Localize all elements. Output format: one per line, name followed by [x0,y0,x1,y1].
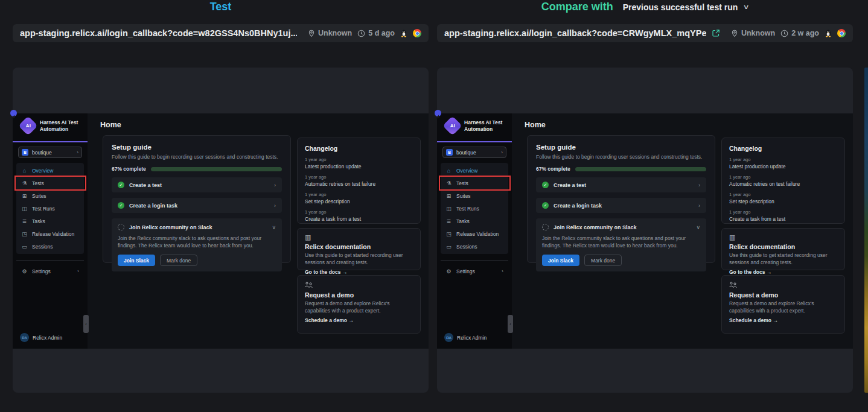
setup-progress: 67% complete [536,166,706,172]
documentation-card: ▥ Relicx documentation Use this guide to… [297,228,421,270]
user-row: RA Relicx Admin [444,333,487,342]
sidebar-item-overview: ⌂ Overview [16,164,84,177]
sidebar-item-settings: ⚙ Settings › [16,265,84,277]
sidebar-item-suites: ⊞ Suites [441,189,508,202]
compare-with-label: Compare with [541,1,613,13]
sidebar-nav: ⌂ Overview ⚗ Tests ⊞ Suites ◫ Test Runs … [441,163,508,254]
changelog-entry: 1 year ago Automatic retries on test fai… [305,174,413,187]
gear-icon: ⚙ [445,268,452,274]
sidebar-item-sessions: ▭ Sessions [16,240,84,253]
next-screenshot-edge [864,68,868,393]
sidebar-item-suites: ⊞ Suites [16,189,84,202]
clock-icon [357,30,365,37]
test-screenshot-panel: AI Harness AI TestAutomation B boutique … [13,68,429,393]
sidebar-item-release-validation: ◳ Release Validation [16,227,84,240]
sidebar-accent-divider [437,141,512,142]
location-pin-icon [731,30,738,37]
setup-step-create-login-task: ✓ Create a login task › [536,198,706,213]
project-selector: B boutique › [18,147,82,158]
sidebar-item-tasks: ≣ Tasks [441,215,508,227]
clock-icon [780,30,788,37]
request-demo-card: Request a demo Request a demo and explor… [721,275,845,334]
grid-icon: ⊞ [21,193,28,199]
setup-guide-title: Setup guide [112,144,282,151]
sidebar-item-tests: ⚗ Tests [16,177,84,189]
page-title: Home [525,121,546,129]
setup-progress: 67% complete [112,166,282,172]
brand: AI Harness AI TestAutomation [21,119,78,133]
changelog-card: Changelog 1 year ago Latest production u… [297,138,421,224]
location-meta: Unknown [308,29,352,37]
schedule-demo-link: Schedule a demo → [729,317,837,323]
avatar: RA [20,333,29,342]
chevron-right-icon: › [77,268,79,274]
chevron-right-icon: › [501,150,503,155]
app-main: Home Setup guide Follow this guide to be… [512,113,853,349]
progress-bar [575,167,706,171]
go-to-docs-link: Go to the docs → [729,269,837,275]
harness-ai-logo-icon: AI [18,116,38,136]
grid-icon: ⊞ [445,193,452,199]
sidebar-item-tests: ⚗ Tests [441,177,508,189]
slack-step-description: Join the Relicx community slack to ask q… [118,235,266,249]
compare-screenshot-panel: AI Harness AI TestAutomation B boutique … [437,68,853,393]
sidebar-item-test-runs: ◫ Test Runs [441,202,508,215]
unchecked-circle-icon [118,224,124,230]
people-icon [305,282,413,289]
changelog-entry: 1 year ago Automatic retries on test fai… [729,174,837,187]
join-slack-button: Join Slack [542,255,579,266]
people-icon [729,282,837,289]
external-link-icon[interactable] [712,29,720,37]
check-circle-icon: ✓ [118,202,124,209]
changelog-title: Changelog [305,145,413,152]
brand-name: Harness AI TestAutomation [40,119,78,133]
list-icon: ≣ [445,218,452,224]
left-pane-title: Test [13,1,429,13]
progress-label: 67% complete [536,166,570,172]
camera-icon: ▭ [21,244,28,250]
flask-icon: ⚗ [21,180,28,186]
chevron-right-icon: › [698,203,700,209]
chevron-right-icon: › [698,182,700,188]
avatar: RA [444,333,453,342]
sidebar-item-settings: ⚙ Settings › [441,265,508,277]
home-icon: ⌂ [445,168,452,174]
brand-name: Harness AI TestAutomation [464,119,502,133]
chevron-right-icon: › [274,203,276,209]
sidebar-item-overview: ⌂ Overview [441,164,508,177]
changelog-entry: 1 year ago Set step description [305,192,413,204]
location-meta: Unknown [731,29,775,37]
harness-ai-logo-icon: AI [442,116,462,136]
changelog-entry: 1 year ago Set step description [729,192,837,204]
unchecked-circle-icon [542,224,549,230]
list-icon: ≣ [21,218,28,224]
changelog-entry: 1 year ago Create a task from a test [729,209,837,222]
join-slack-button: Join Slack [118,255,155,266]
setup-step-create-login-task: ✓ Create a login task › [112,198,282,213]
tag-icon: ◳ [445,231,452,237]
setup-step-join-slack: Join Relicx community on Slack ∨ Join th… [112,218,282,271]
sidebar-item-sessions: ▭ Sessions [441,240,508,253]
book-icon: ▥ [305,234,413,241]
check-circle-icon: ✓ [542,182,549,188]
progress-label: 67% complete [112,166,146,172]
home-icon: ⌂ [21,168,28,174]
user-name: Relicx Admin [33,335,62,341]
url-bar-right[interactable]: app-staging.relicx.ai/login_callback?cod… [437,24,853,42]
url-bar-left[interactable]: app-staging.relicx.ai/login_callback?cod… [13,24,429,42]
schedule-demo-link: Schedule a demo → [305,317,413,323]
project-name: boutique [456,150,497,156]
sidebar-nav: ⌂ Overview ⚗ Tests ⊞ Suites ◫ Test Runs … [16,163,84,254]
location-pin-icon [308,30,315,37]
setup-guide-card: Setup guide Follow this guide to begin r… [103,135,291,263]
sidebar-collapse-handle: ‹ [83,315,89,333]
project-badge: B [22,149,28,156]
setup-guide-title: Setup guide [536,144,706,151]
chevron-right-icon: › [77,150,78,155]
compare-run-dropdown[interactable]: Previous successful test run ∨ [623,2,749,12]
linux-icon [825,29,832,37]
page-title: Home [100,121,121,129]
setup-guide-card: Setup guide Follow this guide to begin r… [527,135,715,263]
changelog-card: Changelog 1 year ago Latest production u… [721,138,845,224]
sidebar-item-test-runs: ◫ Test Runs [16,202,84,215]
